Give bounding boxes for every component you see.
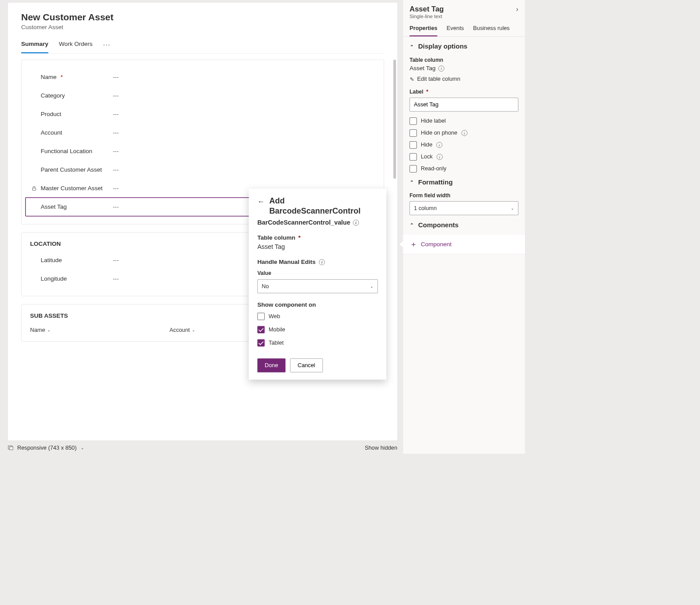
popover-subtitle: BarCodeScannerControl_value xyxy=(258,219,351,227)
col-account[interactable]: Account⌄ xyxy=(169,327,195,333)
form-title: New Customer Asset xyxy=(21,12,384,23)
show-on-mobile[interactable]: Mobile xyxy=(258,326,378,334)
info-icon[interactable]: i xyxy=(353,220,359,226)
done-button[interactable]: Done xyxy=(258,358,285,372)
popover-title: BarcodeScannerControl xyxy=(270,206,361,215)
field-parent-customer-asset[interactable]: Parent Customer Asset--- xyxy=(30,161,375,179)
form-field-width-select[interactable]: 1 column ⌄ xyxy=(410,201,519,215)
responsive-label[interactable]: Responsive (743 x 850) xyxy=(17,444,77,451)
popover-table-column-value: Asset Tag xyxy=(258,243,378,251)
add-component-popover: ← Add BarcodeScannerControl BarCodeScann… xyxy=(249,189,386,380)
info-icon[interactable]: i xyxy=(319,259,325,265)
device-icon xyxy=(8,445,13,451)
form-subtitle: Customer Asset xyxy=(21,24,384,31)
side-tab-business-rules[interactable]: Business rules xyxy=(473,22,510,36)
tab-summary[interactable]: Summary xyxy=(21,39,49,53)
collapse-panel-icon[interactable]: › xyxy=(516,5,518,14)
chevron-down-icon: ⌄ xyxy=(370,284,374,289)
show-on-tablet[interactable]: Tablet xyxy=(258,339,378,347)
field-product[interactable]: Product--- xyxy=(30,105,375,124)
section-formatting[interactable]: ⌃ Formatting xyxy=(410,178,519,186)
check-lock[interactable]: Locki xyxy=(410,153,519,161)
form-field-width-label: Form field width xyxy=(410,193,519,199)
check-hide-on-phone[interactable]: Hide on phonei xyxy=(410,129,519,137)
field-name[interactable]: Name*--- xyxy=(30,68,375,86)
popover-add-prefix: Add xyxy=(270,196,285,205)
plus-icon: ＋ xyxy=(410,239,417,249)
form-tabs: Summary Work Orders ··· xyxy=(21,39,384,54)
table-column-label: Table column xyxy=(410,57,519,63)
side-title: Asset Tag xyxy=(410,5,516,14)
label-input[interactable] xyxy=(410,98,519,112)
chevron-up-icon: ⌃ xyxy=(410,44,414,49)
show-hidden-toggle[interactable]: Show hidden xyxy=(365,444,397,451)
popover-table-column-label: Table column xyxy=(258,234,296,241)
add-component-button[interactable]: ＋ Component xyxy=(403,235,525,254)
section-components[interactable]: ⌃ Components xyxy=(410,221,519,229)
scrollbar[interactable] xyxy=(393,60,396,440)
value-label: Value xyxy=(258,270,378,276)
info-icon[interactable]: i xyxy=(436,142,442,148)
property-panel: Asset Tag Single-line text › Properties … xyxy=(403,0,525,454)
pencil-icon: ✎ xyxy=(410,76,414,82)
chevron-down-icon[interactable]: ⌄ xyxy=(81,446,84,451)
cancel-button[interactable]: Cancel xyxy=(290,358,322,372)
label-field-label: Label xyxy=(410,89,423,95)
field-functional-location[interactable]: Functional Location--- xyxy=(30,142,375,161)
table-column-value: Asset Tag xyxy=(410,65,436,72)
chevron-down-icon: ⌄ xyxy=(47,328,51,333)
status-bar: Responsive (743 x 850) ⌄ Show hidden xyxy=(8,440,397,454)
tab-more-icon[interactable]: ··· xyxy=(103,41,111,52)
show-on-web[interactable]: Web xyxy=(258,313,378,320)
tab-work-orders[interactable]: Work Orders xyxy=(59,39,93,53)
check-read-only[interactable]: Read-only xyxy=(410,165,519,173)
info-icon[interactable]: i xyxy=(437,154,443,160)
info-icon[interactable]: i xyxy=(461,130,468,136)
chevron-up-icon: ⌃ xyxy=(410,180,414,185)
svg-rect-0 xyxy=(33,188,36,190)
chevron-up-icon: ⌃ xyxy=(410,222,414,228)
side-tab-properties[interactable]: Properties xyxy=(410,22,438,36)
field-account[interactable]: Account--- xyxy=(30,124,375,142)
check-hide[interactable]: Hidei xyxy=(410,141,519,149)
side-type: Single-line text xyxy=(410,13,516,19)
info-icon[interactable]: i xyxy=(438,65,445,71)
edit-table-column-link[interactable]: ✎ Edit table column xyxy=(410,76,519,83)
handle-manual-edits-label: Handle Manual Edits xyxy=(258,259,316,266)
section-display-options[interactable]: ⌃ Display options xyxy=(410,43,519,50)
lock-icon xyxy=(31,186,37,191)
field-category[interactable]: Category--- xyxy=(30,86,375,105)
chevron-down-icon: ⌄ xyxy=(511,206,514,211)
chevron-down-icon: ⌄ xyxy=(192,328,195,333)
show-component-on-label: Show component on xyxy=(258,301,378,308)
col-name[interactable]: Name⌄ xyxy=(30,327,50,333)
check-hide-label[interactable]: Hide label xyxy=(410,117,519,125)
svg-rect-2 xyxy=(10,447,13,450)
side-tab-events[interactable]: Events xyxy=(447,22,464,36)
value-select[interactable]: No ⌄ xyxy=(258,279,378,293)
back-arrow-icon[interactable]: ← xyxy=(258,197,265,206)
